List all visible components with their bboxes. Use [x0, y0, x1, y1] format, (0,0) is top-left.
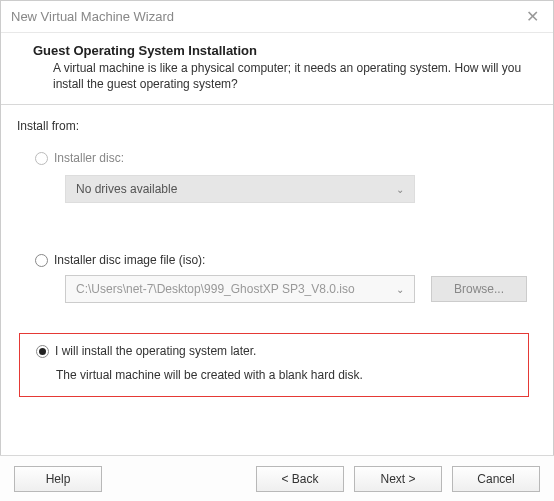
radio-install-later[interactable]: I will install the operating system late…: [36, 344, 516, 358]
back-button[interactable]: < Back: [256, 466, 344, 492]
radio-icon: [35, 152, 48, 165]
chevron-down-icon: ⌄: [396, 184, 404, 195]
browse-button[interactable]: Browse...: [431, 276, 527, 302]
chevron-down-icon: ⌄: [396, 284, 404, 295]
radio-label: Installer disc:: [54, 151, 124, 165]
window-title: New Virtual Machine Wizard: [11, 9, 174, 24]
header-desc: A virtual machine is like a physical com…: [33, 60, 535, 92]
option-install-later-highlight: I will install the operating system late…: [19, 333, 529, 397]
radio-installer-disc[interactable]: Installer disc:: [35, 151, 537, 165]
radio-label: Installer disc image file (iso):: [54, 253, 205, 267]
disc-dropdown[interactable]: No drives available ⌄: [65, 175, 415, 203]
radio-installer-iso[interactable]: Installer disc image file (iso):: [35, 253, 537, 267]
option-installer-iso: Installer disc image file (iso): C:\User…: [35, 253, 537, 303]
option-installer-disc: Installer disc: No drives available ⌄: [35, 151, 537, 203]
install-from-label: Install from:: [17, 119, 537, 133]
help-button[interactable]: Help: [14, 466, 102, 492]
radio-label: I will install the operating system late…: [55, 344, 256, 358]
titlebar: New Virtual Machine Wizard ✕: [1, 1, 553, 33]
next-button[interactable]: Next >: [354, 466, 442, 492]
radio-icon: [35, 254, 48, 267]
disc-dropdown-text: No drives available: [76, 182, 177, 196]
wizard-header: Guest Operating System Installation A vi…: [1, 33, 553, 105]
radio-icon: [36, 345, 49, 358]
iso-path-text: C:\Users\net-7\Desktop\999_GhostXP SP3_V…: [76, 282, 355, 296]
iso-path-dropdown[interactable]: C:\Users\net-7\Desktop\999_GhostXP SP3_V…: [65, 275, 415, 303]
cancel-button[interactable]: Cancel: [452, 466, 540, 492]
header-title: Guest Operating System Installation: [33, 43, 535, 58]
install-later-note: The virtual machine will be created with…: [56, 368, 516, 382]
wizard-body: Install from: Installer disc: No drives …: [1, 105, 553, 397]
wizard-footer: Help < Back Next > Cancel: [0, 455, 554, 501]
browse-label: Browse...: [454, 282, 504, 296]
close-icon[interactable]: ✕: [520, 9, 545, 25]
